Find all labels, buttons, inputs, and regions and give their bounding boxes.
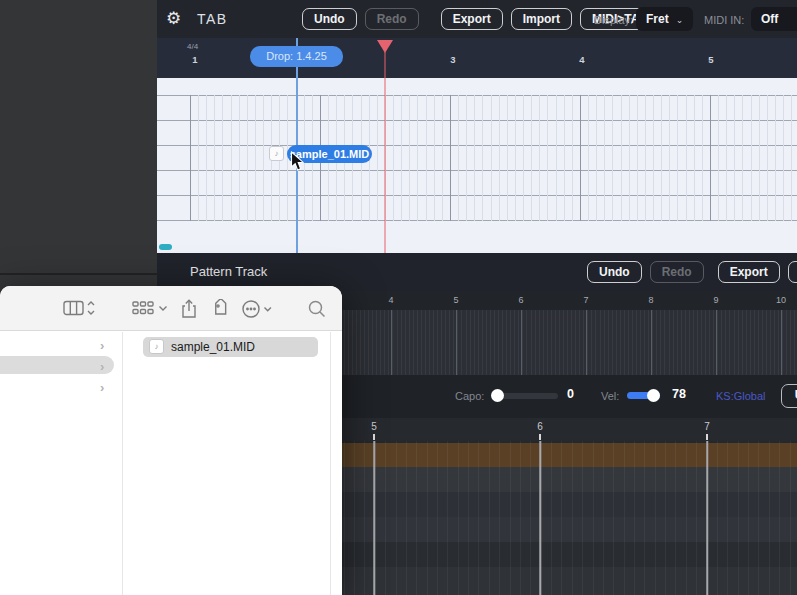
chevron-right-icon: ›	[100, 380, 104, 395]
app-toolbar: ⚙ TAB UndoRedoExportImportMIDI>TAB Displ…	[157, 0, 797, 38]
redo-button[interactable]: Redo	[365, 8, 419, 30]
horizontal-scrollbar-thumb[interactable]	[159, 244, 172, 250]
measure-number-4: 4	[579, 54, 584, 65]
file-name: sample_01.MID	[171, 337, 255, 357]
measure-line	[190, 95, 191, 221]
chevron-right-icon: ›	[100, 338, 104, 353]
undo-button[interactable]: Undo	[302, 8, 357, 30]
column-divider	[122, 332, 123, 595]
midi-in-label: MIDI IN:	[704, 14, 744, 26]
screen: ⚙ TAB UndoRedoExportImportMIDI>TAB Displ…	[0, 0, 797, 595]
vel-slider-knob[interactable]	[647, 389, 660, 402]
undo-button[interactable]: Undo	[781, 384, 797, 408]
vel-label: Vel:	[601, 390, 619, 402]
measure-ruler[interactable]: 4/4 12345 Drop: 1.4.25	[157, 38, 797, 78]
finder-toolbar	[0, 286, 342, 331]
pattern-measure-line	[521, 310, 522, 375]
measure-line	[580, 95, 581, 221]
finder-window: › › › ♪ sample_01.MID	[0, 286, 342, 595]
pattern-measure-number-7: 7	[583, 295, 588, 305]
measure-line	[710, 95, 711, 221]
pattern-measure-number-10: 10	[776, 295, 786, 305]
ruler-tick	[706, 434, 708, 440]
playhead-marker[interactable]	[377, 40, 393, 53]
editor-measure-line	[373, 441, 375, 595]
column-divider	[330, 332, 331, 595]
pattern-measure-line	[716, 310, 717, 375]
measure-number-3: 3	[450, 54, 455, 65]
columns-view-icon[interactable]	[63, 299, 95, 321]
pattern-measure-number-8: 8	[648, 295, 653, 305]
group-icon[interactable]	[132, 299, 168, 321]
share-icon[interactable]	[180, 299, 198, 323]
pattern-button-row: UndoRedoExportImport	[587, 261, 797, 283]
editor-measure-line	[539, 441, 541, 595]
measure-number-5: 5	[708, 54, 713, 65]
sidebar-selected-row[interactable]	[0, 356, 114, 374]
display-label: Display:	[594, 14, 633, 26]
ruler-tick	[373, 434, 375, 440]
pattern-measure-line	[391, 310, 392, 375]
capo-value: 0	[567, 387, 574, 401]
measure-number-1: 1	[192, 54, 197, 65]
ruler-tick	[539, 434, 541, 440]
pattern-measure-number-5: 5	[453, 295, 458, 305]
pattern-measure-line	[456, 310, 457, 375]
capo-slider-knob[interactable]	[491, 389, 504, 402]
export-button[interactable]: Export	[441, 8, 503, 30]
time-signature: 4/4	[187, 42, 198, 51]
import-button[interactable]: Import	[511, 8, 572, 30]
capo-slider[interactable]	[494, 393, 558, 399]
capo-label: Capo:	[455, 390, 484, 402]
editor-measure-number-7: 7	[704, 421, 710, 432]
tag-icon[interactable]	[210, 299, 230, 323]
vel-value: 78	[672, 387, 686, 401]
undo-button[interactable]: Undo	[587, 261, 642, 283]
dragged-file-icon: ♪	[269, 146, 284, 161]
tab-notation-grid[interactable]	[157, 78, 797, 253]
pattern-measure-line	[781, 310, 782, 375]
pattern-track-title: Pattern Track	[190, 264, 267, 279]
playhead-line	[384, 52, 386, 253]
redo-button[interactable]: Redo	[650, 261, 704, 283]
chevron-down-icon: ⌄	[676, 15, 684, 25]
finder-content: › › › ♪ sample_01.MID	[0, 332, 342, 595]
pattern-measure-line	[586, 310, 587, 375]
ks-global-label[interactable]: KS:Global	[716, 390, 766, 402]
measure-line	[450, 95, 451, 221]
editor-measure-number-5: 5	[371, 421, 377, 432]
vel-slider[interactable]	[627, 392, 660, 399]
drop-position-tooltip: Drop: 1.4.25	[250, 46, 343, 67]
midi-in-dropdown[interactable]: Off	[751, 7, 797, 31]
chevron-right-icon: ›	[100, 359, 104, 374]
file-list-item[interactable]: ♪ sample_01.MID	[143, 337, 318, 357]
export-button[interactable]: Export	[718, 261, 780, 283]
editor-measure-number-6: 6	[537, 421, 543, 432]
pattern-measure-number-9: 9	[713, 295, 718, 305]
app-title: TAB	[197, 11, 228, 27]
display-dropdown[interactable]: Fret⌄	[636, 7, 693, 31]
search-icon[interactable]	[307, 299, 327, 323]
more-icon[interactable]	[242, 299, 274, 323]
gear-icon[interactable]: ⚙	[166, 8, 181, 29]
pattern-measure-number-4: 4	[388, 295, 393, 305]
import-button[interactable]: Import	[788, 261, 797, 283]
desktop-divider	[0, 273, 157, 275]
mouse-cursor	[290, 151, 305, 176]
pattern-measure-number-6: 6	[518, 295, 523, 305]
midi-file-icon: ♪	[149, 339, 164, 354]
editor-measure-line	[706, 441, 708, 595]
pattern-measure-line	[651, 310, 652, 375]
